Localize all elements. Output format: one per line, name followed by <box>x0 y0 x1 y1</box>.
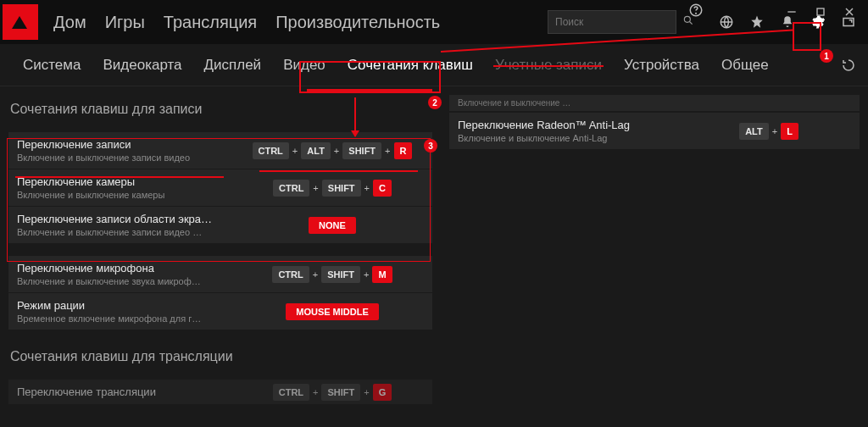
content: Сочетания клавиш для записи Переключение… <box>0 86 868 405</box>
globe-icon[interactable] <box>719 14 734 30</box>
minimize-icon[interactable] <box>785 5 798 19</box>
hotkey-row-ptt[interactable]: Режим рации Временное включение микрофон… <box>8 293 432 330</box>
nav-games[interactable]: Игры <box>105 13 145 32</box>
left-column: Сочетания клавиш для записи Переключение… <box>8 102 432 405</box>
hotkey-row-camera-toggle[interactable]: Переключение камеры Включение и выключен… <box>8 169 432 207</box>
nav-home[interactable]: Дом <box>53 13 86 32</box>
row-desc: Включение и выключение записи видео … <box>17 227 224 237</box>
subnav-gpu[interactable]: Видеокарта <box>92 44 192 86</box>
annotation-row-underline-left <box>15 176 224 178</box>
row-desc: Включение и выключение записи видео <box>17 152 224 163</box>
row-desc: Временное включение микрофона для г… <box>17 313 224 324</box>
right-column: Включение и выключение … Переключение Ra… <box>449 95 860 405</box>
row-title: Режим рации <box>17 299 224 312</box>
subnav-accounts-label: Учетные записи <box>495 57 602 74</box>
annotation-row-underline-right <box>259 170 418 172</box>
row-title: Переключение трансляции <box>17 385 224 398</box>
maximize-icon[interactable] <box>814 5 827 19</box>
row-keys[interactable]: NONE <box>232 217 432 234</box>
close-icon[interactable] <box>843 5 856 19</box>
help-icon[interactable] <box>688 3 704 18</box>
section-title-record: Сочетания клавиш для записи <box>10 102 432 117</box>
nav-performance[interactable]: Производительность <box>275 13 440 32</box>
hotkey-row-antilag[interactable]: Переключение Radeon™ Anti-Lag Включение … <box>449 113 860 150</box>
annotation-badge-3: 3 <box>424 139 437 152</box>
titlebar: Дом Игры Трансляция Производительность <box>0 0 868 44</box>
row-keys[interactable]: CTRL+ SHIFT+ G <box>232 384 432 401</box>
subnav-general[interactable]: Общее <box>710 44 780 86</box>
key: SHIFT <box>321 384 360 401</box>
section-title-stream: Сочетания клавиш для трансляции <box>10 349 432 364</box>
row-keys[interactable]: MOUSE MIDDLE <box>232 303 432 320</box>
right-stub-text: Включение и выключение … <box>458 98 570 108</box>
star-icon[interactable] <box>749 14 765 30</box>
annotation-arrow <box>354 97 356 136</box>
svg-rect-7 <box>817 8 824 15</box>
key: SHIFT <box>321 266 360 283</box>
svg-point-3 <box>696 13 697 14</box>
key: CTRL <box>253 142 289 159</box>
nav-stream[interactable]: Трансляция <box>164 13 257 32</box>
key-final: C <box>373 180 392 197</box>
amd-logo <box>3 4 38 40</box>
hotkey-row-mic-toggle[interactable]: Переключение микрофона Включение и выклю… <box>8 256 432 293</box>
row-keys[interactable]: CTRL+ SHIFT+ C <box>232 180 432 197</box>
subnav-accounts[interactable]: Учетные записи <box>484 44 613 86</box>
key-final: R <box>394 142 413 159</box>
key: CTRL <box>273 180 309 197</box>
window-controls <box>785 5 868 19</box>
row-keys[interactable]: CTRL+ ALT+ SHIFT+ R <box>232 142 432 159</box>
hotkey-row-stream-toggle[interactable]: Переключение трансляции CTRL+ SHIFT+ G <box>8 380 432 405</box>
search-input[interactable] <box>555 16 682 28</box>
row-title: Переключение записи области экра… <box>17 213 224 225</box>
subnav-display[interactable]: Дисплей <box>193 44 273 86</box>
right-stub-row: Включение и выключение … <box>449 95 860 112</box>
annotation-badge-1: 1 <box>820 49 833 63</box>
settings-subnav: Система Видеокарта Дисплей Видео Сочетан… <box>0 44 868 86</box>
key: SHIFT <box>342 142 381 159</box>
key: ALT <box>301 142 331 159</box>
key-none: MOUSE MIDDLE <box>286 303 379 320</box>
key-final: M <box>372 266 392 283</box>
row-keys[interactable]: CTRL+ SHIFT+ M <box>232 266 432 283</box>
subnav-system[interactable]: Система <box>12 44 92 86</box>
key-final: L <box>781 123 798 140</box>
row-keys[interactable]: ALT+ L <box>704 123 860 140</box>
row-title: Переключение микрофона <box>17 262 224 274</box>
key: ALT <box>739 123 769 140</box>
annotation-tab-underline <box>307 89 432 92</box>
hotkey-row-region-record[interactable]: Переключение записи области экра… Включе… <box>8 207 432 244</box>
annotation-badge-2: 2 <box>428 96 442 109</box>
key: SHIFT <box>322 180 361 197</box>
row-desc: Включение и выключение Anti-Lag <box>458 133 695 143</box>
hotkey-row-record-toggle[interactable]: Переключение записи Включение и выключен… <box>8 132 432 169</box>
subnav-devices[interactable]: Устройства <box>613 44 710 86</box>
undo-icon[interactable] <box>841 58 856 73</box>
search-box[interactable] <box>548 10 676 34</box>
key-none: NONE <box>309 217 356 234</box>
key-final: G <box>373 384 392 401</box>
row-desc: Включение и выключение звука микроф… <box>17 276 224 286</box>
amd-logo-triangle <box>12 16 27 29</box>
row-title: Переключение записи <box>17 138 224 151</box>
row-desc: Включение и выключение камеры <box>17 190 224 200</box>
row-title: Переключение Radeon™ Anti-Lag <box>458 119 695 131</box>
main-nav: Дом Игры Трансляция Производительность <box>53 13 440 32</box>
key: CTRL <box>272 266 309 283</box>
subnav-video[interactable]: Видео <box>272 44 337 86</box>
key: CTRL <box>273 384 309 401</box>
